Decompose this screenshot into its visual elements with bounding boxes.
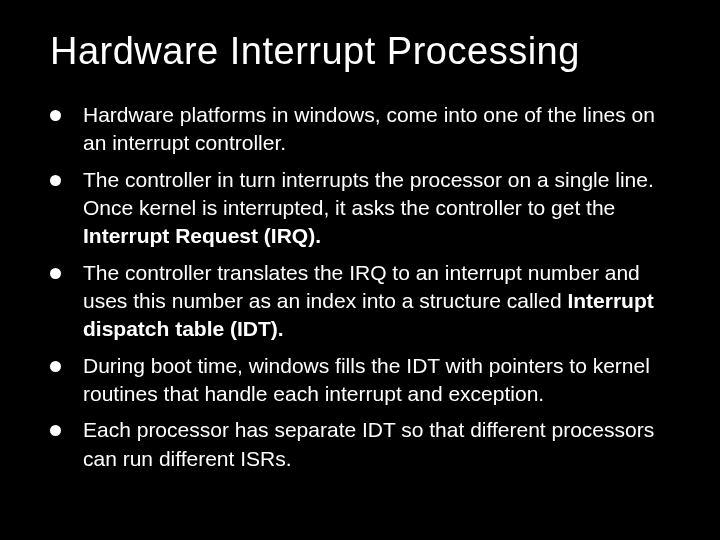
bullet-icon <box>50 175 61 186</box>
list-item: The controller in turn interrupts the pr… <box>50 166 680 251</box>
list-item: Hardware platforms in windows, come into… <box>50 101 680 158</box>
bullet-text: The controller translates the IRQ to an … <box>83 259 680 344</box>
page-title: Hardware Interrupt Processing <box>50 30 680 73</box>
bullet-text: The controller in turn interrupts the pr… <box>83 166 680 251</box>
bullet-icon <box>50 361 61 372</box>
bullet-icon <box>50 110 61 121</box>
list-item: During boot time, windows fills the IDT … <box>50 352 680 409</box>
list-item: The controller translates the IRQ to an … <box>50 259 680 344</box>
bullet-text: Each processor has separate IDT so that … <box>83 416 680 473</box>
bullet-text: Hardware platforms in windows, come into… <box>83 101 680 158</box>
bullet-list: Hardware platforms in windows, come into… <box>50 101 680 473</box>
bullet-icon <box>50 425 61 436</box>
list-item: Each processor has separate IDT so that … <box>50 416 680 473</box>
bullet-icon <box>50 268 61 279</box>
bullet-text: During boot time, windows fills the IDT … <box>83 352 680 409</box>
slide: Hardware Interrupt Processing Hardware p… <box>0 0 720 540</box>
